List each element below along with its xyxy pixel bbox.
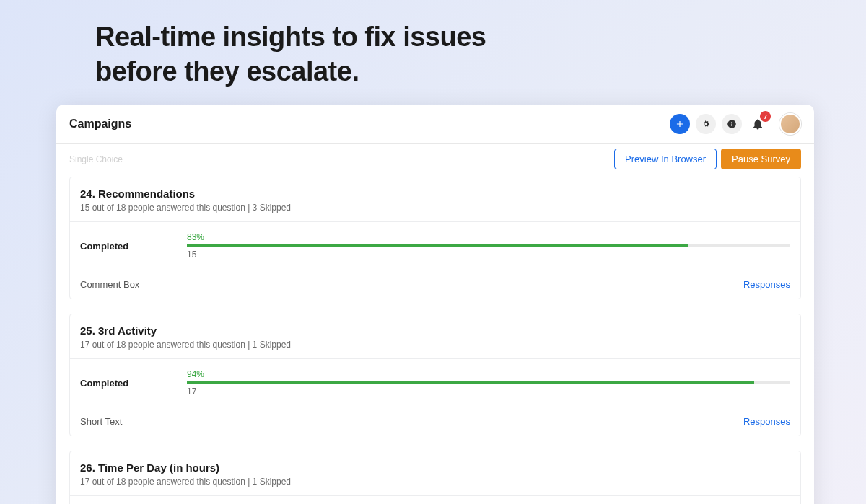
percentage-label: 83% — [187, 232, 790, 242]
question-title: 26. Time Per Day (in hours) — [80, 461, 790, 474]
count-label: 17 — [187, 386, 790, 397]
progress-bar — [187, 244, 790, 247]
notifications-button[interactable]: 7 — [748, 114, 768, 134]
info-button[interactable] — [722, 114, 742, 134]
plus-icon — [675, 119, 685, 129]
question-cards: 24. Recommendations 15 out of 18 people … — [56, 177, 814, 504]
question-title: 25. 3rd Activity — [80, 324, 790, 337]
progress-wrap: 83% 15 — [187, 232, 790, 260]
progress-bar-fill — [187, 381, 754, 384]
question-title: 24. Recommendations — [80, 187, 790, 200]
count-label: 15 — [187, 249, 790, 260]
hero-title-line2: before they escalate. — [95, 56, 359, 87]
action-buttons: Preview In Browser Pause Survey — [614, 149, 801, 169]
hero-title-line1: Real-time insights to fix issues — [95, 22, 486, 52]
card-body: Completed 83% 15 — [70, 221, 800, 270]
card-body: Completed 94% 17 — [70, 358, 800, 407]
question-type-label: Comment Box — [80, 279, 139, 290]
responses-link[interactable]: Responses — [743, 416, 790, 427]
responses-link[interactable]: Responses — [743, 279, 790, 290]
topbar: Campaigns 7 — [56, 105, 814, 144]
question-type-label: Short Text — [80, 416, 122, 427]
action-row: Single Choice Preview In Browser Pause S… — [56, 144, 814, 177]
add-button[interactable] — [670, 114, 690, 134]
page-title: Campaigns — [69, 118, 131, 131]
hero-title: Real-time insights to fix issues before … — [95, 20, 866, 89]
hero-section: Real-time insights to fix issues before … — [0, 0, 866, 89]
card-header: 26. Time Per Day (in hours) 17 out of 18… — [70, 451, 800, 495]
gear-icon — [701, 119, 711, 129]
settings-button[interactable] — [696, 114, 716, 134]
card-footer: Short Text Responses — [70, 407, 800, 436]
completed-label: Completed — [80, 241, 136, 252]
card-footer: Comment Box Responses — [70, 270, 800, 299]
pause-survey-button[interactable]: Pause Survey — [721, 149, 801, 169]
preview-button[interactable]: Preview In Browser — [614, 149, 717, 169]
faded-type-label: Single Choice — [69, 154, 123, 164]
info-icon — [727, 119, 737, 129]
completed-label: Completed — [80, 378, 136, 389]
avatar[interactable] — [779, 113, 801, 135]
card-body: Completed 94% 17 — [70, 495, 800, 504]
app-window: Campaigns 7 Single Choice Preview In Bro… — [56, 105, 814, 504]
progress-bar — [187, 381, 790, 384]
notification-badge: 7 — [760, 111, 771, 122]
question-subtitle: 17 out of 18 people answered this questi… — [80, 477, 790, 487]
card-header: 24. Recommendations 15 out of 18 people … — [70, 177, 800, 221]
progress-wrap: 94% 17 — [187, 369, 790, 397]
question-card: 25. 3rd Activity 17 out of 18 people ans… — [69, 314, 801, 436]
question-subtitle: 15 out of 18 people answered this questi… — [80, 203, 790, 213]
question-card: 26. Time Per Day (in hours) 17 out of 18… — [69, 451, 801, 504]
question-card: 24. Recommendations 15 out of 18 people … — [69, 177, 801, 299]
card-header: 25. 3rd Activity 17 out of 18 people ans… — [70, 314, 800, 358]
progress-bar-fill — [187, 244, 688, 247]
percentage-label: 94% — [187, 369, 790, 379]
topbar-actions: 7 — [670, 113, 801, 135]
question-subtitle: 17 out of 18 people answered this questi… — [80, 340, 790, 350]
